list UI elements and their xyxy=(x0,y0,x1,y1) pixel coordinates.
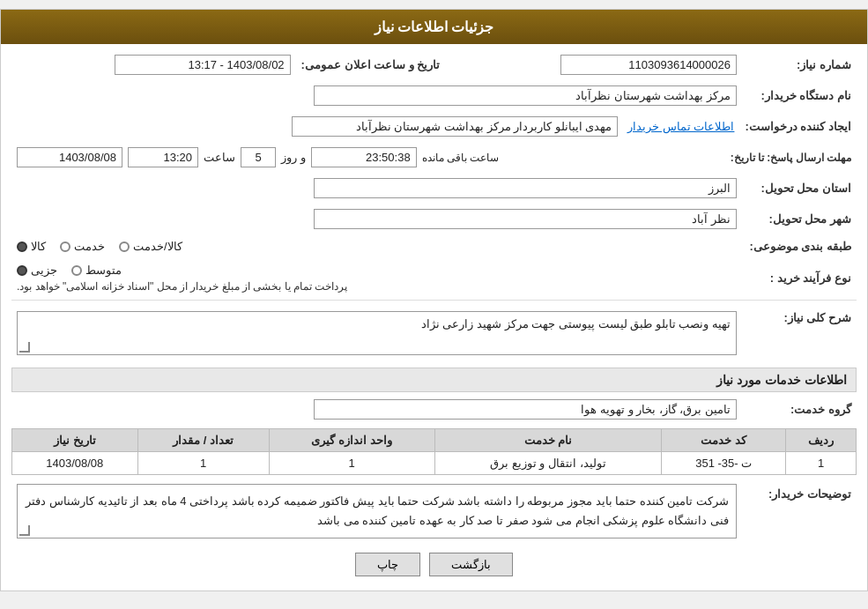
ijad-label: ایجاد کننده درخواست: xyxy=(739,113,857,140)
shahr-input: نظر آباد xyxy=(314,209,737,229)
services-table-area: ردیف کد خدمت نام خدمت واحد اندازه گیری ت… xyxy=(11,428,857,475)
jozii-radio xyxy=(17,265,27,276)
khedmat-label: خدمت xyxy=(74,240,105,253)
noe-radio-group: متوسط جزیی xyxy=(17,264,122,277)
ostan-value: البرز xyxy=(11,175,742,202)
noe-motavasset: متوسط xyxy=(71,264,122,277)
services-table: ردیف کد خدمت نام خدمت واحد اندازه گیری ت… xyxy=(11,428,857,475)
toseeh-label: توضیحات خریدار: xyxy=(742,480,857,542)
mohlat-value: ساعت باقی مانده 23:50:38 و روز 5 ساعت 13… xyxy=(11,144,725,171)
td-tedad: 1 xyxy=(137,452,269,475)
mohlat-label: مهلت ارسال پاسخ: تا تاریخ: xyxy=(725,144,857,171)
noe-note: پرداخت تمام یا بخشی از مبلغ خریدار از مح… xyxy=(17,280,347,293)
shahr-value: نظر آباد xyxy=(11,205,742,233)
tarikh-input: 1403/08/02 - 13:17 xyxy=(115,55,291,75)
ijad-input: مهدی ایبانلو کاربردار مرکز بهداشت شهرستا… xyxy=(292,116,618,137)
sharh-box: تهیه ونصب تابلو طبق لیست پیوستی جهت مرکز… xyxy=(17,311,737,355)
info-table-row7: طبقه بندی موضوعی: کالا/خدمت خدمت کالا xyxy=(11,236,857,256)
buttons-row: چاپ بازگشت xyxy=(11,553,857,576)
td-unit: 1 xyxy=(269,452,434,475)
sharh-label: شرح کلی نیاز: xyxy=(742,304,857,362)
sharh-text: تهیه ونصب تابلو طبق لیست پیوستی جهت مرکز… xyxy=(421,317,731,330)
noe-farayand-value: متوسط جزیی پرداخت تمام یا بخشی از مبلغ خ… xyxy=(11,260,742,296)
tabaqe-kala-khedmat: کالا/خدمت xyxy=(119,240,182,253)
td-code: ت -35- 351 xyxy=(662,452,786,475)
khedmat-radio xyxy=(60,241,70,252)
tabaqe-khedmat: خدمت xyxy=(60,240,105,253)
td-name: تولید، انتقال و توزیع برق xyxy=(434,452,662,475)
va-roz-label: و روز xyxy=(281,151,306,164)
info-table-gorohe: گروه خدمت: تامین برق، گاز، بخار و تهویه … xyxy=(11,396,857,423)
shomare-label: شماره نیاز: xyxy=(742,51,857,78)
tabaqe-value: کالا/خدمت خدمت کالا xyxy=(11,236,742,256)
mohlat-roz-input: 5 xyxy=(241,147,276,167)
info-table-row3: ایجاد کننده درخواست: اطلاعات تماس خریدار… xyxy=(11,113,857,140)
gorohe-label: گروه خدمت: xyxy=(742,396,857,423)
toseeh-text: شرکت تامین کننده حتما باید مجوز مربوطه ر… xyxy=(26,494,729,527)
header-bar: جزئیات اطلاعات نیاز xyxy=(1,10,867,44)
info-table-row2: نام دستگاه خریدار: مرکز بهداشت شهرستان ن… xyxy=(11,82,857,109)
page-wrapper: جزئیات اطلاعات نیاز شماره نیاز: 11030936… xyxy=(0,9,868,591)
gorohe-input: تامین برق، گاز، بخار و تهویه هوا xyxy=(314,399,737,420)
back-button[interactable]: بازگشت xyxy=(429,553,513,576)
info-table-row6: شهر محل تحویل: نظر آباد xyxy=(11,205,857,233)
page-title: جزئیات اطلاعات نیاز xyxy=(375,19,494,34)
motavasset-label: متوسط xyxy=(85,264,122,277)
ijad-value: اطلاعات تماس خریدار مهدی ایبانلو کاربردا… xyxy=(11,113,739,140)
th-name: نام خدمت xyxy=(434,429,662,452)
ijad-link[interactable]: اطلاعات تماس خریدار xyxy=(627,120,734,133)
ostan-label: استان محل تحویل: xyxy=(742,175,857,202)
jozii-label: جزیی xyxy=(31,264,57,277)
shomare-value: 1103093614000026 xyxy=(457,51,742,78)
toseeh-value-cell: شرکت تامین کننده حتما باید مجوز مربوطه ر… xyxy=(11,480,742,542)
tarikh-label: تاریخ و ساعت اعلان عمومی: xyxy=(296,51,458,78)
main-section: شماره نیاز: 1103093614000026 تاریخ و ساع… xyxy=(1,44,867,590)
mohlat-remain-input: 23:50:38 xyxy=(311,147,417,167)
motavasset-radio xyxy=(71,265,82,276)
shomare-input: 1103093614000026 xyxy=(560,55,737,75)
mohlat-date-input: 1403/08/08 xyxy=(17,147,122,167)
table-row: 1ت -35- 351تولید، انتقال و توزیع برق1114… xyxy=(12,452,857,475)
info-table-row4: مهلت ارسال پاسخ: تا تاریخ: ساعت باقی مان… xyxy=(11,144,857,171)
saat-label: ساعت xyxy=(204,151,235,164)
th-radif: ردیف xyxy=(786,429,857,452)
sharh-value-cell: تهیه ونصب تابلو طبق لیست پیوستی جهت مرکز… xyxy=(11,304,742,362)
kala-khedmat-label: کالا/خدمت xyxy=(133,240,182,253)
td-tarikh: 1403/08/08 xyxy=(12,452,138,475)
th-tarikh: تاریخ نیاز xyxy=(12,429,138,452)
kala-label: کالا xyxy=(31,240,46,253)
khadamat-section-title: اطلاعات خدمات مورد نیاز xyxy=(11,368,857,392)
tabaqe-label: طبقه بندی موضوعی: xyxy=(742,236,857,256)
mohlat-saat-input: 13:20 xyxy=(128,147,198,167)
info-table-sharh: شرح کلی نیاز: تهیه ونصب تابلو طبق لیست پ… xyxy=(11,304,857,362)
dastgah-label: نام دستگاه خریدار: xyxy=(742,82,857,109)
tarikh-value: 1403/08/02 - 13:17 xyxy=(11,51,296,78)
info-table-row1: شماره نیاز: 1103093614000026 تاریخ و ساع… xyxy=(11,51,857,78)
tabaqe-radio-group: کالا/خدمت خدمت کالا xyxy=(17,240,737,253)
info-table-row8: نوع فرآیند خرید : متوسط جزیی xyxy=(11,260,857,296)
tabaqe-kala: کالا xyxy=(17,240,46,253)
print-button[interactable]: چاپ xyxy=(355,553,420,576)
ostan-input: البرز xyxy=(314,178,737,198)
toseeh-box: شرکت تامین کننده حتما باید مجوز مربوطه ر… xyxy=(17,484,737,538)
td-radif: 1 xyxy=(786,452,857,475)
mohlat-baqi-text: ساعت باقی مانده xyxy=(422,152,500,164)
dastgah-value: مرکز بهداشت شهرستان نظرآباد xyxy=(11,82,742,109)
gorohe-value: تامین برق، گاز، بخار و تهویه هوا xyxy=(11,396,742,423)
shahr-label: شهر محل تحویل: xyxy=(742,205,857,233)
th-unit: واحد اندازه گیری xyxy=(269,429,434,452)
divider1 xyxy=(11,300,857,301)
th-code: کد خدمت xyxy=(662,429,786,452)
kala-khedmat-radio xyxy=(119,241,130,252)
th-tedad: تعداد / مقدار xyxy=(137,429,269,452)
noe-farayand-label: نوع فرآیند خرید : xyxy=(742,260,857,296)
info-table-toseeh: توضیحات خریدار: شرکت تامین کننده حتما با… xyxy=(11,480,857,542)
kala-radio xyxy=(17,241,27,252)
info-table-row5: استان محل تحویل: البرز xyxy=(11,175,857,202)
noe-jozii: جزیی xyxy=(17,264,57,277)
dastgah-input: مرکز بهداشت شهرستان نظرآباد xyxy=(314,85,737,106)
